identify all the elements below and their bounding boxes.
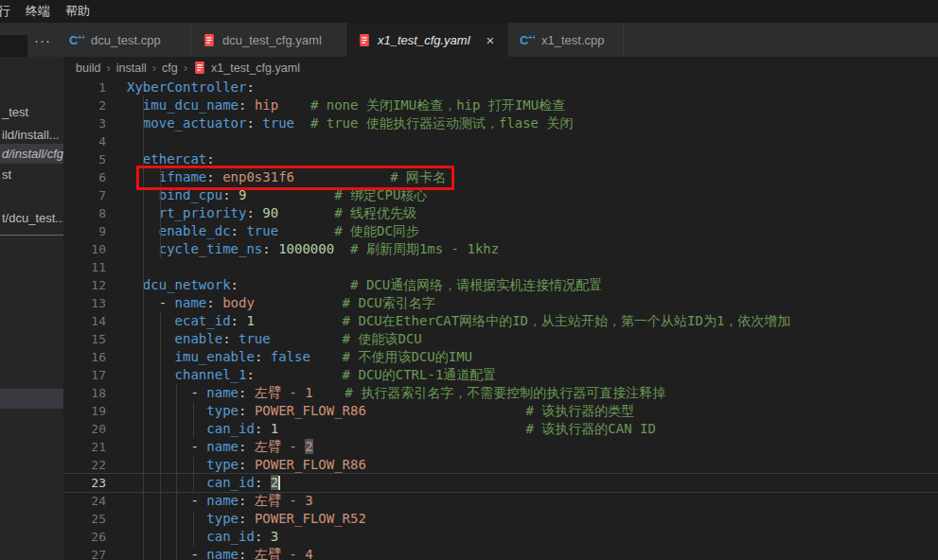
- line-number: 21: [63, 438, 106, 456]
- sidebar-item-1[interactable]: ild/install...: [0, 125, 63, 145]
- code-line-1[interactable]: 1XyberController:: [63, 79, 938, 96]
- indent-guide: [176, 384, 177, 560]
- code-line-7[interactable]: 7 bind_cpu: 9 # 绑定CPU核心: [63, 186, 938, 204]
- line-content: bind_cpu: 9 # 绑定CPU核心: [127, 186, 427, 204]
- code-line-8[interactable]: 8 rt_priority: 90 # 线程优先级: [63, 204, 938, 222]
- code-line-16[interactable]: 16 imu_enable: false # 不使用该DCU的IMU: [63, 348, 938, 366]
- code-line-15[interactable]: 15 enable: true # 使能该DCU: [63, 330, 938, 348]
- line-number: 16: [63, 348, 106, 366]
- line-content: - name: body # DCU索引名字: [127, 294, 435, 312]
- line-number: 9: [63, 222, 106, 240]
- menu-item-0[interactable]: 行: [0, 3, 12, 20]
- line-content: - name: 左臂 - 4: [127, 546, 313, 560]
- code-line-5[interactable]: 5 ethercat:: [63, 150, 938, 168]
- code-line-9[interactable]: 9 enable_dc: true # 使能DC同步: [63, 222, 938, 240]
- line-content: cycle_time_ns: 1000000 # 刷新周期1ms - 1khz: [127, 240, 499, 258]
- breadcrumb: build›install›cfg›x1_test_cfg.yaml: [63, 57, 938, 79]
- code-line-3[interactable]: 3 move_actuator: true # true 使能执行器运动测试，f…: [63, 114, 938, 132]
- line-number: 3: [63, 114, 106, 132]
- line-content: type: POWER_FLOW_R86: [127, 456, 366, 474]
- sidebar-item-5[interactable]: [0, 389, 63, 409]
- breadcrumb-item[interactable]: build: [76, 61, 100, 75]
- code-line-17[interactable]: 17 channel_1: # DCU的CTRL-1通道配置: [63, 366, 938, 384]
- breadcrumb-item[interactable]: install: [116, 61, 147, 75]
- indent-guide: [160, 168, 161, 258]
- code-line-6[interactable]: 6 ifname: enp0s31f6 # 网卡名: [63, 168, 938, 186]
- line-number: 8: [63, 204, 106, 222]
- text-cursor: [278, 476, 280, 490]
- yaml-file-icon: [358, 33, 371, 47]
- line-number: 1: [63, 79, 106, 96]
- line-content: dcu_network: # DCU通信网络，请根据实机连接情况配置: [127, 276, 602, 294]
- sidebar-divider: [0, 235, 63, 236]
- indent-guide: [143, 96, 144, 560]
- code-line-25[interactable]: 25 type: POWER_FLOW_R52: [63, 510, 938, 528]
- line-number: 2: [63, 96, 106, 114]
- tab-x1_test.cpp[interactable]: C++x1_test.cpp: [508, 23, 624, 57]
- close-icon[interactable]: ×: [487, 33, 495, 47]
- tab-x1_test_cfg.yaml[interactable]: x1_test_cfg.yaml×: [346, 23, 508, 57]
- line-number: 23: [63, 474, 106, 492]
- code-line-20[interactable]: 20 can_id: 1 # 该执行器的CAN ID: [63, 420, 938, 438]
- menu-item-2[interactable]: 帮助: [63, 3, 92, 20]
- line-content: - name: 左臂 - 2: [127, 438, 313, 456]
- code-line-26[interactable]: 26 can_id: 3: [63, 528, 938, 546]
- line-content: can_id: 3: [127, 528, 278, 546]
- code-line-13[interactable]: 13 - name: body # DCU索引名字: [63, 294, 938, 312]
- line-number: 13: [63, 294, 106, 312]
- breadcrumb-separator: ›: [184, 61, 187, 75]
- line-number: 20: [63, 420, 106, 438]
- line-content: rt_priority: 90 # 线程优先级: [127, 204, 416, 222]
- tab-label: x1_test.cpp: [541, 33, 605, 47]
- cpp-file-icon: C++: [520, 32, 535, 47]
- indent-guide: [193, 511, 194, 546]
- line-number: 17: [63, 366, 106, 384]
- svg-text:++: ++: [528, 33, 535, 42]
- menu-bar: 行终端帮助: [0, 0, 938, 23]
- sidebar-item-3[interactable]: st: [0, 165, 63, 184]
- line-content: enable: true # 使能该DCU: [127, 330, 422, 348]
- editor-pane[interactable]: build›install›cfg›x1_test_cfg.yaml 1Xybe…: [63, 57, 938, 560]
- sidebar-file-list: _testild/install...d/install/cfgstt/dcu_…: [0, 57, 63, 560]
- indent-guide: [193, 457, 194, 493]
- indent-guide: [193, 402, 194, 438]
- yaml-file-icon: [193, 61, 206, 75]
- breadcrumb-item[interactable]: cfg: [162, 61, 178, 75]
- line-content: type: POWER_FLOW_R86 # 该执行器的类型: [127, 402, 634, 420]
- menu-item-1[interactable]: 终端: [24, 3, 52, 20]
- code-line-24[interactable]: 24 - name: 左臂 - 3: [63, 492, 938, 510]
- code-editor[interactable]: 1XyberController:2 imu_dcu_name: hip # n…: [63, 79, 938, 560]
- code-line-23[interactable]: 23 can_id: 2: [63, 474, 938, 492]
- breadcrumb-file[interactable]: x1_test_cfg.yaml: [193, 61, 300, 75]
- line-number: 18: [63, 384, 106, 402]
- yaml-file-icon: [203, 33, 216, 47]
- code-line-14[interactable]: 14 ecat_id: 1 # DCU在EtherCAT网络中的ID，从主站开始…: [63, 312, 938, 330]
- sidebar-item-2[interactable]: d/install/cfg: [0, 144, 63, 164]
- code-line-22[interactable]: 22 type: POWER_FLOW_R86: [63, 456, 938, 474]
- line-number: 5: [63, 150, 106, 168]
- code-line-12[interactable]: 12 dcu_network: # DCU通信网络，请根据实机连接情况配置: [63, 276, 938, 294]
- tab-label: x1_test_cfg.yaml: [378, 33, 470, 47]
- line-number: 12: [63, 276, 106, 294]
- line-number: 22: [63, 456, 106, 474]
- line-content: - name: 左臂 - 3: [127, 492, 313, 510]
- tab-dcu_test.cpp[interactable]: C++dcu_test.cpp: [58, 23, 191, 57]
- code-line-11[interactable]: 11: [63, 258, 938, 276]
- code-line-10[interactable]: 10 cycle_time_ns: 1000000 # 刷新周期1ms - 1k…: [63, 240, 938, 258]
- line-content: ifname: enp0s31f6 # 网卡名: [127, 168, 446, 186]
- code-line-21[interactable]: 21 - name: 左臂 - 2: [63, 438, 938, 456]
- tab-dcu_test_cfg.yaml[interactable]: dcu_test_cfg.yaml: [191, 23, 346, 57]
- sidebar-item-0[interactable]: _test: [0, 102, 63, 122]
- code-line-18[interactable]: 18 - name: 左臂 - 1 # 执行器索引名字，不需要控制的执行器可直接…: [63, 384, 938, 402]
- code-line-27[interactable]: 27 - name: 左臂 - 4: [63, 546, 938, 560]
- cpp-file-icon: C++: [69, 32, 84, 47]
- code-line-2[interactable]: 2 imu_dcu_name: hip # none 关闭IMU检查，hip 打…: [63, 96, 938, 114]
- code-line-19[interactable]: 19 type: POWER_FLOW_R86 # 该执行器的类型: [63, 402, 938, 420]
- tab-label: dcu_test_cfg.yaml: [222, 33, 322, 47]
- sidebar-item-4[interactable]: t/dcu_test...: [0, 208, 63, 228]
- code-line-4[interactable]: 4: [63, 132, 938, 150]
- line-content: can_id: 2: [127, 474, 280, 492]
- line-content: imu_enable: false # 不使用该DCU的IMU: [127, 348, 472, 366]
- tab-overflow-button[interactable]: ···: [27, 23, 58, 57]
- line-number: 14: [63, 312, 106, 330]
